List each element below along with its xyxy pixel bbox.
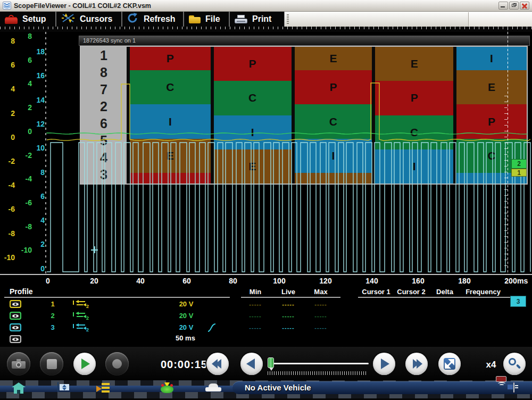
probe-icon[interactable]: 2 xyxy=(72,323,89,334)
delta-header: Delta xyxy=(429,288,461,296)
x-tick-label: 200 xyxy=(504,277,517,285)
stroke-column: EPCI xyxy=(375,47,453,184)
channel-marker[interactable]: 3 xyxy=(510,296,526,307)
y-tick-label: 14 xyxy=(31,96,45,104)
y-tick-label: -2 xyxy=(18,151,32,160)
probe-icon[interactable]: 2 xyxy=(72,312,89,322)
window-title: ScopeFileViewer - COIL#1 COIL#2 CKP.vsm xyxy=(14,2,496,10)
setup-button[interactable]: Setup xyxy=(0,12,56,27)
fit-screen-button[interactable] xyxy=(438,353,461,375)
visibility-eye-icon[interactable] xyxy=(10,335,21,343)
stroke-band: E xyxy=(375,47,453,81)
snapshot-button[interactable] xyxy=(7,352,30,376)
stroke-band: P xyxy=(456,104,527,138)
cylinder-number: 6 xyxy=(81,115,127,132)
record-icon xyxy=(112,359,122,369)
channel-marker[interactable]: 1 xyxy=(511,169,527,177)
max-header: Max xyxy=(305,288,337,296)
time-cursor-line[interactable] xyxy=(508,28,508,274)
toolbar-grip[interactable] xyxy=(287,14,289,24)
position-slider-ticks xyxy=(268,371,367,375)
svg-text:2: 2 xyxy=(86,315,89,320)
y-tick-label: 6 xyxy=(31,192,45,201)
stop-icon xyxy=(47,359,57,369)
crosshair-cursor[interactable] xyxy=(91,246,98,253)
stroke-band: C xyxy=(130,70,211,104)
sync-overlay-panel: 18726543 PCIE PCIE EPCI xyxy=(80,46,528,185)
y-tick-label: 8 xyxy=(31,168,45,177)
scope-file-viewer-window: ScopeFileViewer - COIL#1 COIL#2 CKP.vsm … xyxy=(0,0,532,400)
step-back-button[interactable] xyxy=(240,353,263,375)
cylinder-number: 8 xyxy=(81,64,127,81)
close-button[interactable] xyxy=(520,2,529,10)
y-tick-label: 0 xyxy=(1,133,15,141)
refresh-icon xyxy=(127,13,139,26)
cursors-label: Cursors xyxy=(80,14,112,24)
x-tick-label: 20 xyxy=(90,277,98,285)
cylinder-number: 4 xyxy=(81,149,127,166)
record-button[interactable] xyxy=(105,352,129,376)
channel-scale: 20 V xyxy=(173,310,199,322)
scan-module-button[interactable] xyxy=(513,383,514,393)
monitor-icon xyxy=(57,382,59,392)
restore-button[interactable] xyxy=(509,2,519,10)
cylinder-number: 2 xyxy=(81,98,127,115)
channel-rows: 1 2 20 V ----- ----- ----- 2 2 xyxy=(0,298,532,345)
visibility-eye-icon[interactable] xyxy=(10,312,21,320)
scan-module-icon xyxy=(513,382,514,393)
x-axis-unit: ms xyxy=(517,277,528,285)
y-tick-label: 0 xyxy=(31,264,45,273)
channel-number: 3 xyxy=(46,322,60,334)
position-slider-track[interactable] xyxy=(269,363,369,364)
y-tick-label: -10 xyxy=(1,253,15,262)
app-icon xyxy=(3,2,11,10)
y-tick-label: 4 xyxy=(1,85,15,93)
stop-button[interactable] xyxy=(40,352,63,376)
refresh-button[interactable]: Refresh xyxy=(122,12,184,27)
print-button[interactable]: Print xyxy=(230,12,283,27)
channel-row: 3 2 20 V ----- ----- ----- xyxy=(0,322,532,334)
svg-text:2: 2 xyxy=(86,304,89,309)
channel-scale: 20 V xyxy=(173,298,199,310)
channel-marker[interactable]: 2 xyxy=(511,159,527,169)
stroke-band: I xyxy=(130,104,211,138)
playback-speed: x4 xyxy=(480,360,502,370)
channel-number: 1 xyxy=(46,298,60,310)
cursor1-header: Cursor 1 xyxy=(358,288,395,296)
zoom-button[interactable] xyxy=(503,353,526,375)
y-axis-ruler xyxy=(45,32,46,274)
toolbar-panel xyxy=(468,12,532,26)
stroke-band: C xyxy=(375,115,453,149)
channel-scale: 20 V xyxy=(173,322,199,334)
rewind-button[interactable] xyxy=(206,353,229,375)
cursors-underline xyxy=(358,297,512,298)
min-value: ----- xyxy=(241,310,270,322)
y-tick-label: 2 xyxy=(18,103,32,112)
step-forward-button[interactable] xyxy=(373,353,395,375)
play-button[interactable] xyxy=(73,353,96,375)
y-tick-label: -2 xyxy=(1,157,15,165)
file-button[interactable]: File xyxy=(184,12,230,27)
status-bar: No Active Vehicle xyxy=(0,380,532,400)
channel-row: 1 2 20 V ----- ----- ----- xyxy=(0,298,532,310)
profile-label: Profile xyxy=(10,287,33,296)
stroke-band: P xyxy=(295,70,372,104)
probe-icon[interactable]: 2 xyxy=(72,300,89,311)
sync-overlay-titlebar[interactable]: 18726543 sync on 1 xyxy=(79,36,530,46)
visibility-eye-icon[interactable] xyxy=(10,323,21,331)
position-slider-thumb[interactable] xyxy=(268,357,274,368)
title-bar[interactable]: ScopeFileViewer - COIL#1 COIL#2 CKP.vsm xyxy=(0,0,532,12)
visibility-eye-icon[interactable] xyxy=(10,300,21,308)
magnifier-icon xyxy=(508,357,521,370)
display-button[interactable] xyxy=(57,382,59,392)
scope-display[interactable]: 86420-2-4-6-8-10 86420-2-4-6-8-10 181614… xyxy=(0,32,532,274)
max-value: ----- xyxy=(306,310,335,322)
channel-row: 2 xyxy=(0,334,532,345)
trigger-slope-icon xyxy=(207,323,216,335)
frequency-header: Frequency xyxy=(462,288,504,296)
fast-forward-button[interactable] xyxy=(405,353,428,375)
cursors-button[interactable]: Cursors xyxy=(56,12,122,27)
y-tick-label: 8 xyxy=(1,37,15,45)
minimize-button[interactable] xyxy=(498,2,508,10)
stroke-column: EPCI xyxy=(295,47,372,184)
